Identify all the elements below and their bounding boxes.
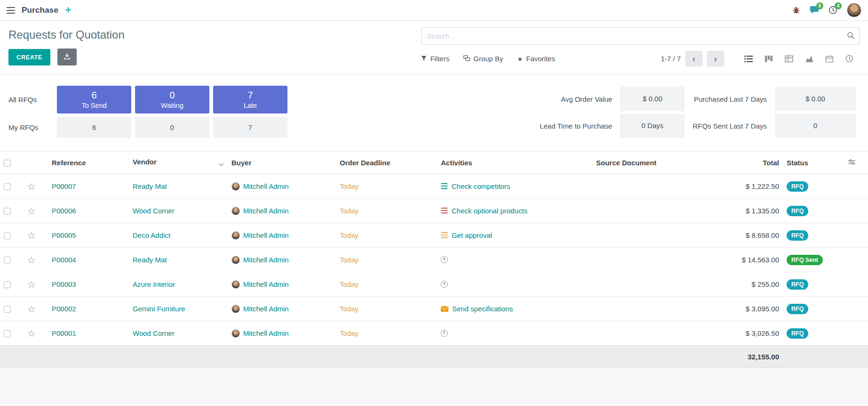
rfq-tile-waiting[interactable]: 0 Waiting <box>135 86 209 114</box>
favorite-star-icon[interactable] <box>27 279 36 290</box>
vendor-link[interactable]: Ready Mat <box>133 256 167 264</box>
activity-clock-icon[interactable] <box>441 330 448 337</box>
view-calendar-button[interactable] <box>819 51 839 66</box>
favorite-star-icon[interactable] <box>27 328 36 339</box>
table-row[interactable]: P00001 Wood Corner Mitchell Admin Today … <box>0 321 868 346</box>
app-name-menu[interactable]: Purchase <box>22 6 58 15</box>
column-header-order-deadline[interactable]: Order Deadline <box>336 152 437 174</box>
order-deadline[interactable]: Today <box>340 207 358 215</box>
activity-link[interactable]: Check optional products <box>452 207 527 215</box>
search-icon[interactable] <box>847 32 855 41</box>
view-activity-button[interactable] <box>839 51 860 66</box>
pager-previous-button[interactable] <box>685 51 702 66</box>
optional-columns-icon[interactable] <box>848 159 855 167</box>
activity-type-icon[interactable] <box>441 207 448 214</box>
rfq-tile-late[interactable]: 7 Late <box>213 86 287 114</box>
reference-link[interactable]: P00004 <box>52 256 76 264</box>
order-deadline[interactable]: Today <box>340 280 358 288</box>
activity-link[interactable]: Check competitors <box>452 182 510 190</box>
vendor-link[interactable]: Gemini Furniture <box>133 305 185 313</box>
row-checkbox[interactable] <box>4 306 11 313</box>
vendor-link[interactable]: Azure Interior <box>133 280 175 288</box>
activity-envelope-icon[interactable] <box>441 306 448 312</box>
buyer-link[interactable]: Mitchell Admin <box>243 280 289 288</box>
table-row[interactable]: P00005 Deco Addict Mitchell Admin Today … <box>0 223 868 248</box>
avg-order-value[interactable]: $ 0.00 <box>620 87 685 111</box>
search-input[interactable] <box>421 27 860 45</box>
view-graph-button[interactable] <box>799 51 819 66</box>
row-checkbox[interactable] <box>4 281 11 288</box>
pager-next-button[interactable] <box>707 51 724 66</box>
group-by-button[interactable]: Group By <box>463 55 503 63</box>
column-header-activities[interactable]: Activities <box>437 152 592 174</box>
row-checkbox[interactable] <box>4 208 11 215</box>
create-button[interactable]: CREATE <box>8 49 50 65</box>
rfqs-sent-last-7-days[interactable]: 0 <box>775 114 856 138</box>
reference-link[interactable]: P00007 <box>52 182 76 190</box>
buyer-link[interactable]: Mitchell Admin <box>243 207 289 215</box>
activity-clock-icon[interactable] <box>441 281 448 288</box>
activity-link[interactable]: Send specifications <box>452 305 513 313</box>
buyer-link[interactable]: Mitchell Admin <box>243 182 289 190</box>
select-all-checkbox[interactable] <box>4 160 11 167</box>
vendor-link[interactable]: Wood Corner <box>133 207 175 215</box>
column-header-vendor[interactable]: Vendor <box>129 152 228 174</box>
favorite-star-icon[interactable] <box>27 181 36 192</box>
reference-link[interactable]: P00006 <box>52 207 76 215</box>
apps-menu-icon[interactable] <box>7 7 15 14</box>
export-button[interactable] <box>57 49 77 65</box>
purchased-last-7-days[interactable]: $ 0.00 <box>775 87 856 111</box>
favorite-star-icon[interactable] <box>27 303 36 315</box>
table-row[interactable]: P00002 Gemini Furniture Mitchell Admin T… <box>0 297 868 321</box>
activities-clock-icon[interactable]: 4 <box>828 6 837 15</box>
favorite-star-icon[interactable] <box>27 205 36 217</box>
rfq-tile-to-send[interactable]: 6 To Send <box>57 86 131 114</box>
plus-icon[interactable] <box>65 5 71 16</box>
favorite-star-icon[interactable] <box>27 230 36 241</box>
vendor-link[interactable]: Ready Mat <box>133 182 167 190</box>
row-checkbox[interactable] <box>4 330 11 337</box>
row-checkbox[interactable] <box>4 232 11 239</box>
order-deadline[interactable]: Today <box>340 231 358 239</box>
order-deadline[interactable]: Today <box>340 305 358 313</box>
column-header-total[interactable]: Total <box>712 152 783 174</box>
order-deadline[interactable]: Today <box>340 256 358 264</box>
my-rfq-waiting[interactable]: 0 <box>135 117 209 138</box>
row-checkbox[interactable] <box>4 183 11 190</box>
favorite-star-icon[interactable] <box>27 254 36 266</box>
user-avatar[interactable] <box>847 3 861 17</box>
reference-link[interactable]: P00003 <box>52 280 76 288</box>
buyer-link[interactable]: Mitchell Admin <box>243 256 289 264</box>
vendor-link[interactable]: Deco Addict <box>133 231 170 239</box>
column-header-reference[interactable]: Reference <box>48 152 129 174</box>
column-header-buyer[interactable]: Buyer <box>228 152 336 174</box>
filters-button[interactable]: Filters <box>421 55 449 63</box>
table-row[interactable]: P00004 Ready Mat Mitchell Admin Today $ … <box>0 248 868 272</box>
buyer-link[interactable]: Mitchell Admin <box>243 231 289 239</box>
vendor-link[interactable]: Wood Corner <box>133 329 175 337</box>
table-row[interactable]: P00006 Wood Corner Mitchell Admin Today … <box>0 199 868 223</box>
my-rfq-late[interactable]: 7 <box>213 117 287 138</box>
column-header-source-document[interactable]: Source Document <box>592 152 712 174</box>
table-row[interactable]: P00003 Azure Interior Mitchell Admin Tod… <box>0 272 868 297</box>
order-deadline[interactable]: Today <box>340 329 358 337</box>
activity-type-icon[interactable] <box>441 232 448 239</box>
buyer-link[interactable]: Mitchell Admin <box>243 329 289 337</box>
activity-link[interactable]: Get approval <box>452 231 492 239</box>
bug-icon[interactable] <box>792 6 800 14</box>
table-row[interactable]: P00007 Ready Mat Mitchell Admin Today Ch… <box>0 174 868 199</box>
my-rfq-to-send[interactable]: 6 <box>57 117 131 138</box>
messages-icon[interactable]: 5 <box>810 6 819 15</box>
buyer-link[interactable]: Mitchell Admin <box>243 305 289 313</box>
column-header-status[interactable]: Status <box>783 152 844 174</box>
view-pivot-button[interactable] <box>779 51 799 66</box>
activity-clock-icon[interactable] <box>441 256 448 263</box>
row-checkbox[interactable] <box>4 257 11 264</box>
activity-type-icon[interactable] <box>441 183 448 190</box>
reference-link[interactable]: P00001 <box>52 329 76 337</box>
favorites-button[interactable]: Favorites <box>518 55 555 63</box>
view-kanban-button[interactable] <box>758 51 779 66</box>
chevron-down-icon[interactable] <box>219 160 224 168</box>
order-deadline[interactable]: Today <box>340 182 358 190</box>
lead-time-value[interactable]: 0 Days <box>620 114 685 138</box>
